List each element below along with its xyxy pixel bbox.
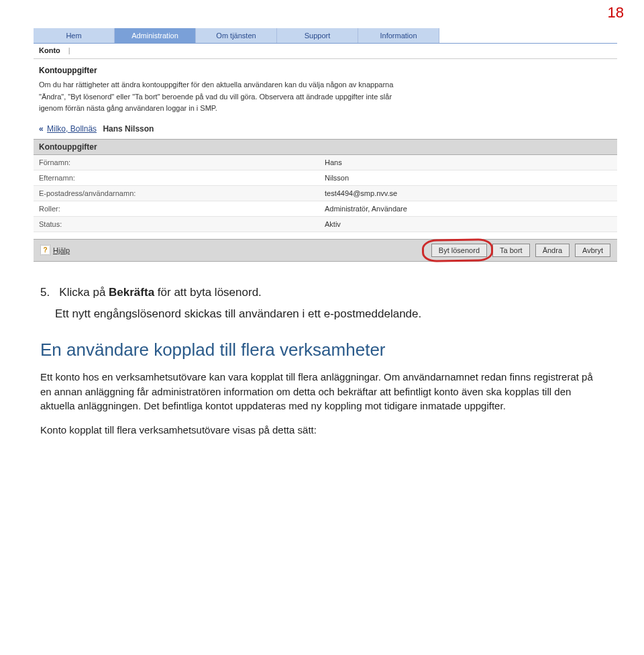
row-label: Roller: bbox=[34, 201, 319, 216]
breadcrumb: « Milko, Bollnäs Hans Nilsson bbox=[34, 121, 617, 139]
avbryt-button[interactable]: Avbryt bbox=[575, 244, 610, 257]
row-value: Nilsson bbox=[319, 170, 617, 185]
intro-body: Om du har rättigheter att ändra kontoupp… bbox=[39, 79, 415, 115]
subnav-konto[interactable]: Konto bbox=[39, 46, 60, 54]
row-label: Förnamn: bbox=[34, 155, 319, 170]
nav-administration[interactable]: Administration bbox=[115, 28, 196, 43]
step-suffix: för att byta lösenord. bbox=[154, 286, 262, 299]
sub-nav: Konto | bbox=[34, 44, 617, 59]
ta-bort-button[interactable]: Ta bort bbox=[492, 244, 530, 257]
intro-section: Kontouppgifter Om du har rättigheter att… bbox=[34, 59, 617, 121]
table-row: Efternamn: Nilsson bbox=[34, 170, 617, 186]
step-number: 5. bbox=[40, 286, 50, 299]
step-sub: Ett nytt engångslösenord skickas till an… bbox=[55, 307, 604, 321]
breadcrumb-name: Hans Nilsson bbox=[103, 124, 154, 134]
breadcrumb-back[interactable]: Milko, Bollnäs bbox=[47, 124, 97, 134]
step-line: 5. Klicka på Bekräfta för att byta lösen… bbox=[40, 286, 604, 299]
page-number: 18 bbox=[0, 0, 644, 21]
help-icon: ? bbox=[40, 245, 50, 255]
help-label: Hjälp bbox=[53, 246, 70, 254]
row-value: test4494@smp.nvv.se bbox=[319, 186, 617, 201]
nav-information[interactable]: Information bbox=[358, 28, 439, 43]
intro-title: Kontouppgifter bbox=[39, 66, 612, 75]
back-chevron-icon[interactable]: « bbox=[39, 124, 44, 134]
nav-hem[interactable]: Hem bbox=[34, 28, 115, 43]
row-label: E-postadress/användarnamn: bbox=[34, 186, 319, 201]
table-row: E-postadress/användarnamn: test4494@smp.… bbox=[34, 186, 617, 201]
byt-losenord-button[interactable]: Byt lösenord bbox=[431, 244, 487, 257]
doc-heading: En användare kopplad till flera verksamh… bbox=[40, 340, 604, 360]
table-row: Status: Aktiv bbox=[34, 217, 617, 232]
row-label: Status: bbox=[34, 217, 319, 232]
document-body: 5. Klicka på Bekräfta för att byta lösen… bbox=[40, 286, 604, 438]
row-label: Efternamn: bbox=[34, 170, 319, 185]
action-bar: ? Hjälp Byt lösenord Ta bort Ändra Avbry… bbox=[34, 239, 617, 262]
step-prefix: Klicka på bbox=[59, 286, 109, 299]
details-header: Kontouppgifter bbox=[34, 139, 617, 155]
top-nav: Hem Administration Om tjänsten Support I… bbox=[34, 28, 617, 44]
andra-button[interactable]: Ändra bbox=[535, 244, 570, 257]
subnav-divider: | bbox=[68, 46, 70, 54]
details-table: Förnamn: Hans Efternamn: Nilsson E-posta… bbox=[34, 155, 617, 232]
table-row: Roller: Administratör, Användare bbox=[34, 201, 617, 217]
doc-paragraph: Ett konto hos en verksamhetsutövare kan … bbox=[40, 370, 604, 413]
row-value: Administratör, Användare bbox=[319, 201, 617, 216]
help-link[interactable]: ? Hjälp bbox=[40, 245, 70, 255]
nav-om-tjansten[interactable]: Om tjänsten bbox=[196, 28, 277, 43]
step-bold: Bekräfta bbox=[109, 286, 154, 299]
row-value: Aktiv bbox=[319, 217, 617, 232]
table-row: Förnamn: Hans bbox=[34, 155, 617, 170]
doc-paragraph: Konto kopplat till flera verksamhetsutöv… bbox=[40, 423, 604, 438]
app-screenshot: Hem Administration Om tjänsten Support I… bbox=[34, 28, 617, 262]
nav-support[interactable]: Support bbox=[277, 28, 358, 43]
row-value: Hans bbox=[319, 155, 617, 170]
